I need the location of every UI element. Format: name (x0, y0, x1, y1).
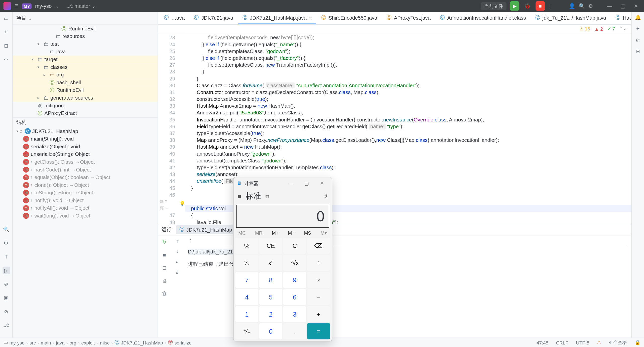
calc-key-1[interactable]: 1 (235, 306, 258, 322)
calc-minimize-button[interactable]: — (285, 181, 298, 186)
calc-key-−[interactable]: − (307, 289, 330, 305)
editor-tab[interactable]: ⒸHashSet.java (611, 12, 631, 24)
search-icon[interactable]: 🔍 (579, 3, 585, 9)
calc-key-x²[interactable]: x² (259, 255, 282, 271)
structure-tool-icon[interactable]: ⊞ (2, 42, 10, 50)
struct-item[interactable]: m↑getClass(): Class →Object (13, 158, 157, 166)
tree-item[interactable]: ▾🗀target (13, 56, 157, 63)
breadcrumb[interactable]: ▭ my-yso › src › main › java › org › exp… (4, 339, 192, 345)
calc-key-C[interactable]: C (283, 238, 306, 254)
calc-mem-m−[interactable]: M− (288, 230, 295, 236)
file-encoding[interactable]: UTF-8 (576, 340, 589, 345)
struct-item[interactable]: m↑toString(): String →Object (13, 189, 157, 197)
editor-tab[interactable]: ⒸShiroEncode550.java (317, 12, 381, 24)
calc-mem-ms[interactable]: MS (304, 230, 311, 236)
project-tree[interactable]: ⒸRuntimeEvil🗀resources▾🗀test🗀java▾🗀targe… (13, 25, 157, 117)
tree-item[interactable]: ⒸAProxyExtract (13, 109, 157, 117)
editor-tab[interactable]: Ⓒ…ava (160, 12, 189, 24)
calc-mem-m+[interactable]: M+ (272, 230, 278, 236)
struct-item[interactable]: mserialize(Object): void (13, 143, 157, 151)
run-tool-icon[interactable]: ▷ (2, 267, 10, 274)
tree-item[interactable]: 🗀java (13, 48, 157, 56)
intention-bulb-icon[interactable]: 💡 (179, 201, 185, 206)
find-tool-icon[interactable]: 🔍 (2, 226, 10, 233)
terminal-tool-icon[interactable]: ▣ (2, 294, 10, 302)
calc-key-5[interactable]: 5 (259, 289, 282, 305)
structure-tree[interactable]: ▾ ⊙ C JDK7u21_HashMapmmain(String[]): vo… (13, 127, 157, 220)
calc-key-²√x[interactable]: ²√x (283, 255, 306, 271)
calc-key-×[interactable]: × (307, 272, 330, 288)
line-separator[interactable]: CRLF (556, 340, 568, 345)
stop-run-button[interactable]: ■ (160, 251, 169, 259)
calc-key-8[interactable]: 8 (259, 272, 282, 288)
vcs-tool-icon[interactable]: ⎇ (2, 321, 10, 329)
down-button[interactable]: ↓ (176, 248, 178, 254)
calc-key-⁺⁄₋[interactable]: ⁺⁄₋ (235, 323, 258, 339)
more-icon[interactable]: ⋮ (548, 3, 553, 9)
build-tool-icon[interactable]: ⊚ (2, 280, 10, 288)
run-button[interactable]: ▶ (510, 1, 519, 11)
editor-tab[interactable]: ⒸJDK7u21.java (190, 12, 237, 24)
calculator-titlebar[interactable]: 🖩 计算器 — ▢ ✕ (234, 177, 332, 189)
calc-key-=[interactable]: = (307, 323, 330, 339)
pin-button[interactable]: ⎙ (160, 277, 169, 285)
database-icon[interactable]: ⊟ (636, 48, 640, 54)
calc-key-+[interactable]: + (307, 306, 330, 322)
tree-item[interactable]: ▸🗀generated-sources (13, 94, 157, 102)
tree-item[interactable]: ◎.gitignore (13, 102, 157, 109)
struct-item[interactable]: m↑notifyAll(): void →Object (13, 204, 157, 212)
readonly-icon[interactable]: ⚠ (597, 340, 601, 345)
run-config-tab[interactable]: Ⓒ JDK7u21_HashMap × (176, 225, 240, 234)
tree-item[interactable]: ▾🗀classes (13, 63, 157, 71)
editor-tab[interactable]: ⒸJDK7u21_HashMap.java× (238, 12, 316, 24)
calc-key-%[interactable]: % (235, 238, 258, 254)
run-toolbar-more-icon[interactable]: ⋮ (188, 238, 193, 244)
stop-button[interactable]: ■ (536, 1, 545, 11)
maximize-button[interactable]: ▢ (618, 3, 628, 9)
rerun-button[interactable]: ↻ (160, 238, 169, 247)
calc-key-0[interactable]: 0 (259, 323, 282, 339)
calc-pin-icon[interactable]: ⧉ (265, 193, 269, 199)
errors-count[interactable]: ▲ 2 (594, 26, 603, 31)
editor-tab[interactable]: ⒸAProxyTest.java (382, 12, 435, 24)
ai-icon[interactable]: ✦ (636, 26, 640, 32)
typos-count[interactable]: ✓ 7 (607, 26, 615, 32)
soft-wrap-button[interactable]: ↲ (175, 258, 179, 265)
minimize-button[interactable]: — (604, 3, 615, 9)
lock-icon[interactable]: 🔒 (635, 340, 641, 345)
vcs-branch[interactable]: ⎇ master ⌄ (67, 3, 96, 9)
struct-root[interactable]: ▾ ⊙ C JDK7u21_HashMap (13, 127, 157, 135)
inspection-summary[interactable]: ⚠ 15 ▲ 2 ✓ 7 ⌃⌄ (158, 25, 631, 33)
calc-key-7[interactable]: 7 (235, 272, 258, 288)
struct-item[interactable]: m↑clone(): Object →Object (13, 181, 157, 189)
tree-item[interactable]: ▸▭org (13, 71, 157, 79)
struct-item[interactable]: m↑notify(): void →Object (13, 197, 157, 204)
debug-button[interactable]: 🐞 (523, 1, 532, 11)
calc-maximize-button[interactable]: ▢ (300, 181, 313, 186)
tree-item[interactable]: ⒸRuntimeEvil (13, 25, 157, 33)
layout-button[interactable]: ⊟ (160, 264, 169, 272)
maven-icon[interactable]: m (636, 37, 640, 43)
struct-item[interactable]: m↑wait(long): void →Object (13, 212, 157, 220)
editor-tab[interactable]: ⒸAnnotationInvocationHandler.class (436, 12, 530, 24)
calc-key-3[interactable]: 3 (283, 306, 306, 322)
up-button[interactable]: ↑ (176, 238, 178, 244)
account-icon[interactable]: 👤 (569, 3, 575, 9)
calc-close-button[interactable]: ✕ (316, 181, 329, 186)
tree-item[interactable]: 🗀resources (13, 32, 157, 40)
calc-key-CE[interactable]: CE (259, 238, 282, 254)
more-tool-icon[interactable]: ⋯ (2, 56, 10, 63)
calc-key-⌫[interactable]: ⌫ (307, 238, 330, 254)
struct-item[interactable]: munserialize(String): Object (13, 150, 157, 158)
tree-item[interactable]: Ⓒbash_shell (13, 79, 157, 86)
calculator-window[interactable]: 🖩 计算器 — ▢ ✕ ≡ 标准 ⧉ ↺ 0 MCMRM+M−MSM▾ %CEC… (233, 177, 332, 341)
scroll-end-button[interactable]: ⤓ (175, 269, 179, 275)
run-config-selector[interactable]: 当前文件 (481, 2, 507, 10)
tree-item[interactable]: ▾🗀test (13, 40, 157, 48)
problems-tool-icon[interactable]: ⊘ (2, 308, 10, 316)
settings-icon[interactable]: ⚙ (588, 3, 593, 9)
calc-key-9[interactable]: 9 (283, 272, 306, 288)
indent-setting[interactable]: 4 个空格 (609, 339, 627, 345)
warnings-count[interactable]: ⚠ 15 (579, 26, 590, 32)
tree-item[interactable]: ⒸRuntimeEvil (13, 86, 157, 94)
